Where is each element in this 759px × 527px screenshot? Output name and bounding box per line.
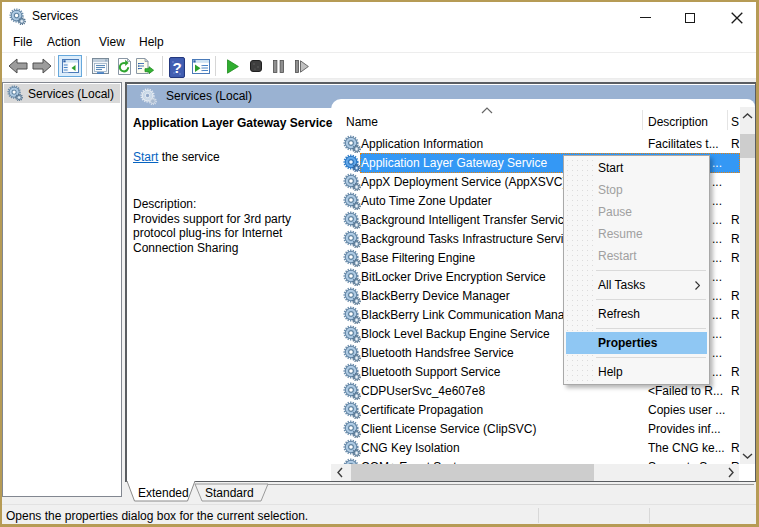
svg-text:Extended: Extended bbox=[138, 486, 189, 500]
svg-text:Standard: Standard bbox=[205, 486, 254, 500]
